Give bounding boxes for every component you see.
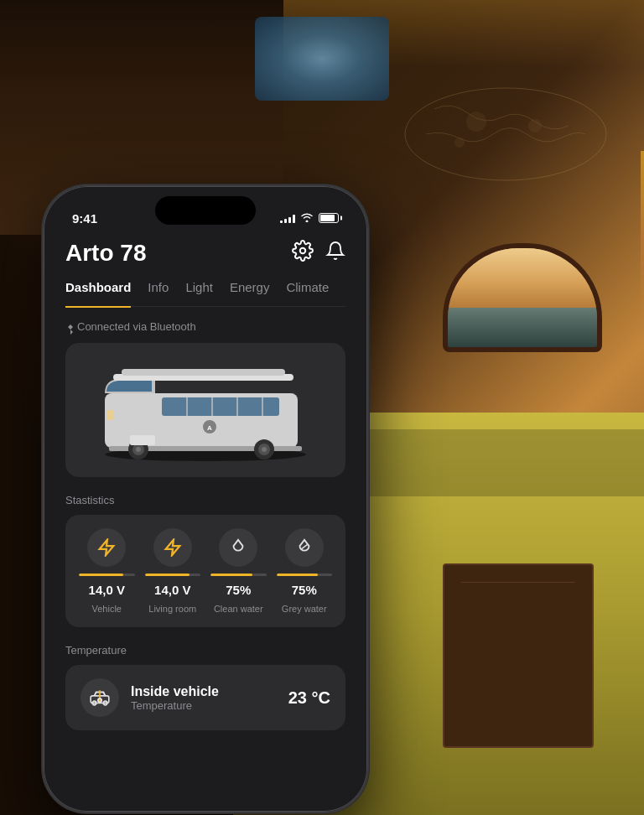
stat-vehicle-icon — [87, 528, 126, 567]
svg-point-4 — [300, 248, 306, 254]
tab-dashboard[interactable]: Dashboard — [65, 280, 131, 308]
stat-livingroom-label: Living room — [148, 604, 196, 614]
bluetooth-status: Connected via Bluetooth — [65, 320, 345, 333]
svg-rect-24 — [130, 435, 155, 445]
stat-cleanwater-value: 75% — [226, 583, 251, 597]
svg-rect-7 — [162, 397, 279, 416]
tab-energy[interactable]: Energy — [230, 280, 270, 296]
stat-livingroom-icon — [153, 528, 192, 567]
svg-point-17 — [136, 447, 141, 452]
phone-frame: 9:41 — [42, 184, 369, 813]
stat-vehicle-progress — [79, 574, 135, 576]
svg-point-0 — [405, 88, 606, 180]
svg-point-32 — [98, 698, 101, 702]
temperature-label: Temperature — [65, 644, 345, 657]
header-icons — [292, 240, 345, 267]
stat-greywater-label: Grey water — [282, 604, 327, 614]
stat-greywater-value: 75% — [292, 583, 317, 597]
temp-value: 23 °C — [288, 688, 330, 708]
bg-table — [443, 563, 594, 748]
stat-livingroom-value: 14,0 V — [154, 583, 190, 597]
app-content: Arto 78 — [49, 240, 362, 807]
settings-icon[interactable] — [292, 240, 314, 267]
phone-container: 9:41 — [42, 184, 369, 813]
statistics-card: 14,0 V Vehicle 14,0 V — [65, 515, 345, 627]
tab-light[interactable]: Light — [185, 280, 213, 296]
svg-point-1 — [466, 112, 486, 132]
stat-greywater-icon — [285, 528, 324, 567]
bg-skylight — [255, 17, 389, 101]
svg-point-20 — [262, 447, 267, 452]
bluetooth-icon — [65, 324, 72, 330]
stat-greywater-progress — [277, 574, 333, 576]
tab-info[interactable]: Info — [148, 280, 169, 296]
temp-name: Inside vehicle — [131, 684, 277, 699]
svg-point-3 — [454, 138, 465, 148]
stat-livingroom-progress — [145, 574, 201, 576]
stat-vehicle-label: Vehicle — [92, 604, 122, 614]
status-icons — [280, 212, 339, 225]
svg-marker-25 — [100, 540, 114, 555]
nav-tabs: Dashboard Info Light Energy Climate — [65, 280, 345, 307]
app-header: Arto 78 — [65, 240, 345, 267]
vehicle-card: A — [65, 343, 345, 477]
svg-point-2 — [528, 119, 542, 132]
svg-marker-26 — [166, 540, 180, 555]
statistics-label: Stastistics — [65, 494, 345, 506]
battery-icon — [319, 213, 339, 223]
status-time: 9:41 — [72, 211, 97, 226]
temperature-card[interactable]: Inside vehicle Temperature 23 °C — [65, 665, 345, 730]
stat-cleanwater-icon — [219, 528, 257, 567]
temperature-info: Inside vehicle Temperature — [131, 684, 277, 712]
stat-livingroom: 14,0 V Living room — [145, 528, 201, 614]
temperature-icon — [80, 678, 119, 717]
svg-rect-23 — [106, 410, 113, 420]
svg-line-27 — [301, 544, 307, 549]
temp-sublabel: Temperature — [131, 699, 277, 712]
svg-rect-13 — [122, 369, 285, 376]
wall-map — [401, 84, 610, 184]
stat-vehicle: 14,0 V Vehicle — [79, 528, 135, 614]
dynamic-island — [155, 196, 256, 225]
stat-vehicle-value: 14,0 V — [89, 583, 125, 597]
bg-window — [443, 243, 602, 352]
stat-cleanwater-progress — [210, 574, 267, 576]
tab-climate[interactable]: Climate — [286, 280, 329, 296]
wifi-icon — [300, 212, 314, 225]
svg-text:A: A — [207, 424, 212, 432]
phone-screen: 9:41 — [49, 191, 362, 807]
stat-cleanwater-label: Clean water — [214, 604, 263, 614]
bell-icon[interactable] — [325, 240, 345, 267]
page-title: Arto 78 — [65, 240, 146, 267]
stat-cleanwater: 75% Clean water — [210, 528, 267, 614]
stat-greywater: 75% Grey water — [277, 528, 333, 614]
rv-illustration: A — [88, 356, 323, 465]
signal-bars-icon — [280, 213, 295, 223]
bluetooth-text: Connected via Bluetooth — [77, 320, 196, 333]
